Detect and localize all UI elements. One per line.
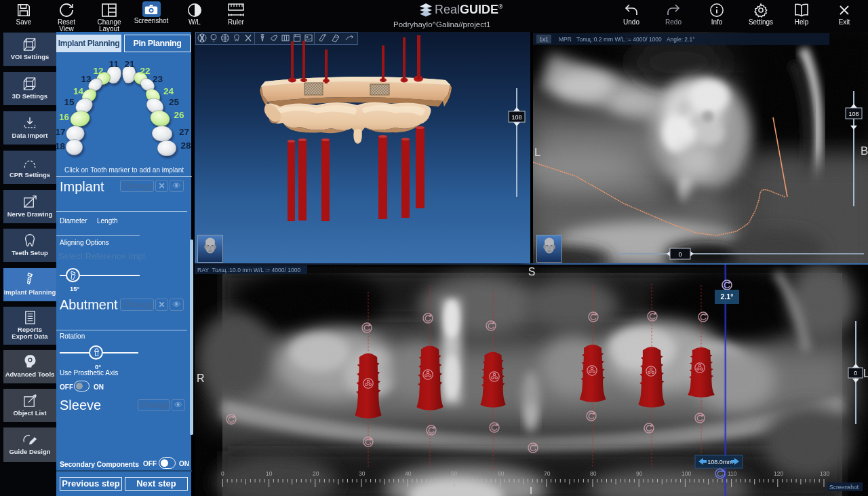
svg-text:L: L — [534, 146, 540, 159]
svg-text:30: 30 — [359, 470, 366, 477]
svg-text:2.1°: 2.1° — [721, 292, 734, 301]
svg-text:80: 80 — [590, 470, 597, 477]
svg-text:120: 120 — [774, 470, 783, 477]
svg-text:13: 13 — [81, 74, 92, 84]
svg-text:28: 28 — [180, 140, 191, 151]
svg-text:MPR Толщ.:0.2 mm W/L := 4000: MPR Толщ.:0.2 mm W/L := 4000/ 1000 Angle… — [559, 36, 695, 43]
svg-text:16: 16 — [59, 112, 70, 122]
svg-text:25: 25 — [169, 97, 180, 107]
svg-text:14: 14 — [73, 86, 84, 96]
svg-text:22: 22 — [140, 66, 150, 76]
svg-text:70: 70 — [544, 470, 551, 477]
svg-text:B: B — [861, 145, 868, 157]
svg-text:Screenshot: Screenshot — [829, 484, 859, 491]
svg-text:50: 50 — [451, 470, 458, 477]
svg-text:R: R — [197, 373, 205, 384]
svg-text:130: 130 — [820, 470, 829, 477]
svg-text:20: 20 — [313, 470, 319, 477]
svg-text:0: 0 — [678, 251, 682, 258]
svg-text:90: 90 — [636, 470, 643, 477]
svg-text:24: 24 — [163, 86, 174, 96]
svg-text:108: 108 — [511, 114, 521, 121]
svg-text:108.0mm: 108.0mm — [707, 459, 733, 465]
svg-text:1x1: 1x1 — [539, 36, 549, 43]
svg-text:12: 12 — [93, 66, 103, 76]
svg-text:110: 110 — [728, 470, 737, 477]
svg-text:23: 23 — [153, 74, 163, 84]
svg-text:108: 108 — [848, 111, 859, 117]
svg-text:17: 17 — [56, 127, 66, 137]
svg-text:RAY Толщ.:10.0 mm W/L := 4000: RAY Толщ.:10.0 mm W/L := 4000/ 1000 — [197, 267, 300, 273]
svg-text:27: 27 — [179, 127, 189, 137]
svg-text:S: S — [528, 266, 536, 278]
svg-text:L: L — [863, 368, 868, 379]
svg-text:100: 100 — [682, 470, 691, 477]
svg-text:10: 10 — [266, 470, 273, 477]
svg-text:I: I — [530, 484, 532, 496]
svg-text:40: 40 — [405, 470, 412, 477]
svg-text:18: 18 — [56, 141, 65, 151]
svg-text:26: 26 — [174, 110, 184, 120]
svg-text:11: 11 — [109, 59, 119, 69]
svg-text:0: 0 — [221, 470, 224, 477]
svg-text:15: 15 — [64, 97, 75, 107]
svg-text:60: 60 — [498, 470, 505, 477]
svg-text:21: 21 — [124, 59, 135, 69]
svg-text:0: 0 — [854, 370, 857, 377]
